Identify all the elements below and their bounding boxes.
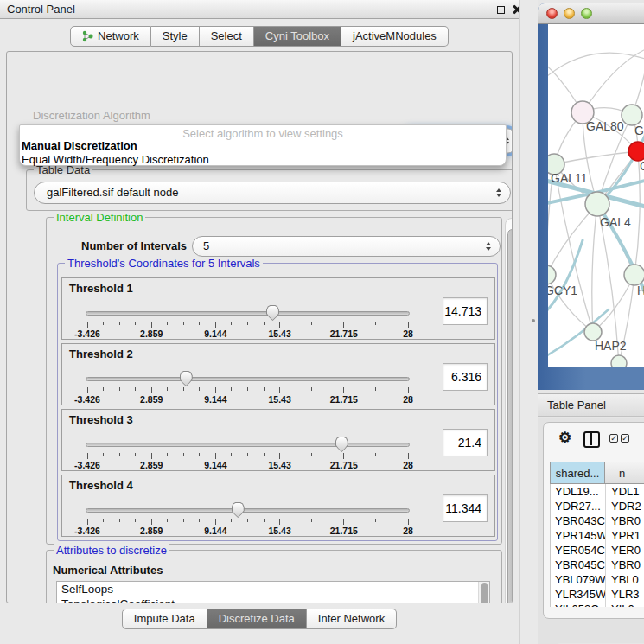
bottom-tab-bar: Impute DataDiscretize DataInfer Network [0, 609, 519, 629]
network-edge[interactable] [592, 204, 597, 332]
network-node-ga[interactable] [622, 105, 642, 125]
network-edge[interactable] [583, 48, 644, 112]
tab-network[interactable]: Network [70, 26, 151, 47]
tab-label-select: Select [211, 27, 242, 46]
threshold-value-field-2[interactable]: 6.316 [443, 363, 488, 391]
attribute-item-topologicalcoefficient[interactable]: TopologicalCoefficient [57, 596, 489, 603]
network-node-c[interactable] [628, 142, 644, 161]
tab-infer-network[interactable]: Infer Network [307, 609, 397, 629]
cell-shared-name: YBL079W [551, 572, 606, 587]
network-node-hap2[interactable] [584, 323, 602, 341]
slider-tick [167, 453, 168, 456]
slider-tick [199, 322, 200, 325]
cell-name: YBL0 [606, 572, 639, 587]
tab-cyni-toolbox[interactable]: Cyni Toolbox [254, 26, 341, 47]
minimize-light-icon[interactable] [564, 8, 575, 19]
slider-thumb[interactable] [335, 437, 348, 452]
slider-scale-label: 21.715 [330, 328, 358, 339]
slider-thumb[interactable] [266, 305, 279, 321]
algorithm-option-equal-width[interactable]: Equal Width/Frequency Discretization [22, 153, 209, 166]
close-light-icon[interactable] [546, 8, 558, 19]
slider-track[interactable] [86, 443, 410, 447]
table-row[interactable]: YPR145WYPR1 [551, 528, 644, 543]
network-canvas[interactable]: GAL80GACGAL11GAL4GCY1HHAP2 [548, 24, 644, 367]
slider-tick [87, 322, 88, 328]
slider-tick [167, 322, 168, 325]
column-header-shared-name[interactable]: shared... [550, 462, 605, 484]
slider-tick [296, 322, 296, 325]
slider-track[interactable] [86, 311, 410, 316]
table-row[interactable]: YBR045CYBR0 [551, 558, 644, 572]
tab-select[interactable]: Select [200, 26, 254, 47]
slider-tick [343, 322, 344, 328]
slider-thumb[interactable] [232, 502, 245, 518]
network-node-h[interactable] [624, 265, 644, 285]
network-node-gal4[interactable] [585, 192, 609, 216]
slider-scale-label: 2.859 [140, 394, 163, 405]
table-row[interactable]: YER054CYER0 [551, 543, 644, 558]
attributes-group-title: Attributes to discretize [54, 544, 169, 557]
float-window-icon[interactable] [497, 6, 505, 14]
tab-impute-data[interactable]: Impute Data [122, 609, 207, 629]
tab-jactivemnodules[interactable]: jActiveMNodules [341, 26, 449, 47]
table-row[interactable]: YIL052CYIL0 [551, 602, 644, 607]
slider-track[interactable] [86, 377, 410, 381]
table-panel-titlebar: Table Panel [538, 393, 644, 417]
table-row[interactable]: YBL079WYBL0 [551, 572, 644, 587]
slider-tick [231, 322, 232, 325]
slider-tick [103, 453, 104, 456]
slider-tick [279, 387, 280, 393]
split-view-icon[interactable] [583, 431, 600, 448]
algorithm-option-manual[interactable]: Manual Discretization [22, 139, 137, 152]
slider-tick [87, 519, 88, 525]
network-edge[interactable] [554, 151, 638, 164]
slider-tick [343, 453, 344, 459]
threshold-value-field-4[interactable]: 11.344 [443, 494, 488, 522]
number-of-intervals-combobox[interactable]: 5 [192, 236, 501, 257]
slider-scale-label: 2.859 [140, 526, 163, 536]
interval-definition-group: Interval Definition Number of Intervals … [46, 217, 502, 545]
table-row[interactable]: YDR27...YDR2 [551, 499, 644, 513]
table-row[interactable]: YLR345WYLR3 [551, 587, 644, 602]
checkbox-pair-icon[interactable]: ✓ ✓ [609, 434, 629, 443]
settings-scrollbar[interactable] [505, 218, 513, 603]
network-view-window: GAL80GACGAL11GAL4GCY1HHAP2 [538, 3, 644, 390]
tab-style[interactable]: Style [151, 26, 200, 47]
threshold-panel-1: Threshold 1-3.4262.8599.14415.4321.71528… [61, 277, 495, 340]
top-tab-bar: NetworkStyleSelectCyni ToolboxjActiveMNo… [0, 26, 519, 47]
table-row[interactable]: YDL19...YDL1 [551, 484, 644, 499]
slider-thumb-face [233, 503, 244, 517]
tab-discretize-data[interactable]: Discretize Data [207, 609, 307, 629]
cell-name: YDL1 [606, 484, 640, 499]
table-data-combobox[interactable]: galFiltered.sif default node [34, 182, 511, 204]
threshold-value-field-1[interactable]: 14.713 [443, 297, 488, 325]
slider-tick [360, 387, 360, 391]
slider-tick [328, 322, 328, 325]
list-scrollbar[interactable] [478, 582, 489, 603]
slider-tick [408, 322, 409, 328]
slider-track[interactable] [86, 508, 410, 513]
slider-thumb[interactable] [180, 371, 193, 386]
thresholds-group: Threshold's Coordinates for 5 Intervals … [57, 263, 498, 541]
slider-tick [279, 519, 280, 525]
column-header-name[interactable]: n [605, 462, 644, 484]
slider-scale-label: 21.715 [330, 526, 358, 536]
threshold-value-field-3[interactable]: 21.4 [443, 429, 488, 456]
slider-tick [328, 453, 328, 456]
cell-name: YBR0 [606, 513, 641, 528]
zoom-light-icon[interactable] [581, 8, 592, 19]
network-node-unlabeled[interactable] [611, 355, 627, 367]
settings-scrollbar-thumb[interactable] [507, 229, 513, 603]
gear-icon[interactable]: ⚙ [558, 429, 571, 447]
network-edge[interactable] [548, 53, 644, 81]
slider-scale-label: -3.426 [74, 328, 100, 339]
cell-shared-name: YDR27... [551, 499, 606, 513]
attribute-item-selfloops[interactable]: SelfLoops [57, 582, 489, 596]
table-row[interactable]: YBR043CYBR0 [551, 513, 644, 528]
panel-splitter[interactable] [519, 0, 538, 644]
network-node-gcy1[interactable] [548, 265, 556, 284]
slider-tick [279, 322, 280, 328]
numerical-attributes-list[interactable]: SelfLoopsTopologicalCoefficientBetweenne… [56, 581, 490, 603]
slider-tick [392, 322, 392, 325]
threshold-label-1: Threshold 1 [69, 282, 133, 295]
